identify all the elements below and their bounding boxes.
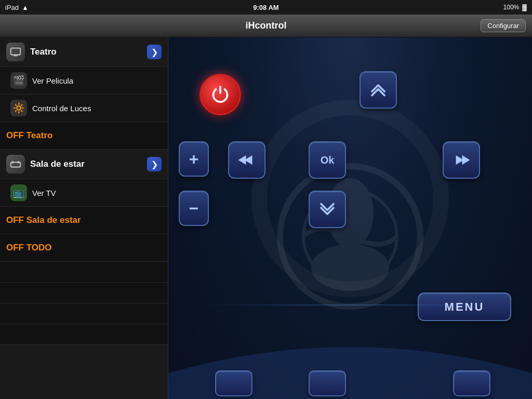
empty-row-3 xyxy=(0,303,168,324)
up-button[interactable] xyxy=(360,71,397,109)
ver-pelicula-label: Ver Pelicula xyxy=(32,76,73,85)
svg-point-6 xyxy=(280,166,420,307)
wifi-icon: ▲ xyxy=(22,4,29,11)
teatro-label: Teatro xyxy=(30,47,147,57)
ver-tv-item[interactable]: 📺 Ver TV xyxy=(0,179,168,207)
menu-button[interactable]: MENU xyxy=(418,292,511,321)
vol-up-button[interactable]: + xyxy=(179,141,209,177)
sidebar-section-sala[interactable]: Sala de estar ❯ xyxy=(0,150,168,179)
teatro-chevron: ❯ xyxy=(147,45,162,59)
sidebar: Teatro ❯ 🎬 Ver Pelicula 🔆 Control de Luc… xyxy=(0,37,168,399)
svg-rect-4 xyxy=(12,162,14,164)
bottom-btn-2[interactable] xyxy=(309,370,346,396)
watermark-logo xyxy=(272,158,428,314)
rewind-button[interactable] xyxy=(228,141,265,179)
power-icon xyxy=(211,85,230,104)
ver-pelicula-icon: 🎬 xyxy=(10,72,27,89)
ok-button[interactable]: Ok xyxy=(309,141,346,179)
remote-panel: Ok + − MENU xyxy=(168,37,532,399)
down-chevron-icon xyxy=(318,200,337,219)
control-luces-icon: 🔆 xyxy=(10,100,27,116)
ver-pelicula-item[interactable]: 🎬 Ver Pelicula xyxy=(0,67,168,95)
main-content: Teatro ❯ 🎬 Ver Pelicula 🔆 Control de Luc… xyxy=(0,37,532,399)
control-luces-item[interactable]: 🔆 Control de Luces xyxy=(0,95,168,122)
ver-tv-label: Ver TV xyxy=(32,189,56,197)
sala-icon xyxy=(6,155,25,174)
battery-label: 100% xyxy=(503,4,520,11)
divider-line xyxy=(205,304,496,305)
status-time: 9:08 AM xyxy=(253,4,278,11)
control-luces-label: Control de Luces xyxy=(32,104,91,113)
ok-label: Ok xyxy=(321,154,335,166)
config-button[interactable]: Configurar xyxy=(481,19,526,32)
empty-row-4 xyxy=(0,324,168,345)
app-title: iHcontrol xyxy=(179,20,352,31)
vol-minus-label: − xyxy=(189,200,199,217)
svg-point-9 xyxy=(311,244,389,291)
up-chevron-icon xyxy=(369,81,388,99)
off-teatro-button[interactable]: OFF Teatro xyxy=(0,122,168,150)
down-button[interactable] xyxy=(309,191,346,228)
power-button[interactable] xyxy=(200,74,241,115)
vol-down-button[interactable]: − xyxy=(179,191,209,226)
nav-bar: iHcontrol Configurar xyxy=(0,15,532,37)
ver-tv-icon: 📺 xyxy=(10,184,27,201)
sala-label: Sala de estar xyxy=(30,159,147,169)
bottom-btn-3[interactable] xyxy=(453,370,490,396)
teatro-icon xyxy=(6,43,25,61)
svg-rect-5 xyxy=(18,162,20,164)
empty-row-1 xyxy=(0,262,168,283)
vol-plus-label: + xyxy=(189,151,199,167)
off-todo-button[interactable]: OFF TODO xyxy=(0,234,168,262)
menu-label: MENU xyxy=(445,300,485,314)
carrier-label: iPad xyxy=(5,4,19,11)
svg-rect-0 xyxy=(11,48,20,55)
rewind-icon xyxy=(237,151,256,169)
empty-row-2 xyxy=(0,283,168,303)
status-bar: iPad ▲ 9:08 AM 100% ▓ xyxy=(0,0,532,15)
fastforward-icon xyxy=(452,151,471,169)
bottom-btn-1[interactable] xyxy=(215,370,252,396)
sidebar-section-teatro[interactable]: Teatro ❯ xyxy=(0,37,168,67)
off-sala-button[interactable]: OFF Sala de estar xyxy=(0,207,168,234)
sala-chevron: ❯ xyxy=(147,157,162,171)
fastforward-button[interactable] xyxy=(443,141,480,179)
battery-icon: ▓ xyxy=(522,4,527,11)
